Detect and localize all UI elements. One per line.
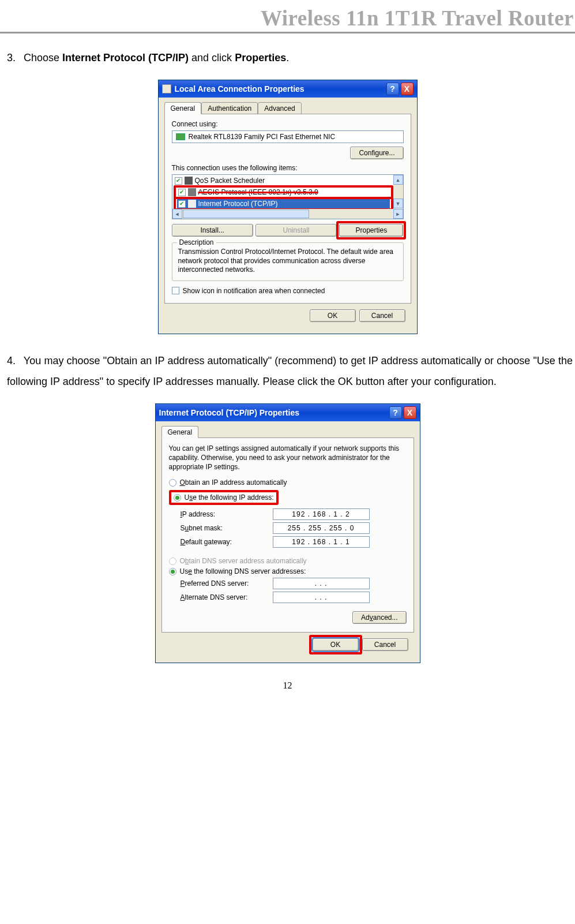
dialog-1-titlebar: Local Area Connection Properties ? X: [159, 80, 417, 98]
dialog-1-wrap: Local Area Connection Properties ? X Gen…: [0, 80, 575, 334]
checkbox-icon[interactable]: ✔: [172, 287, 179, 294]
close-icon: X: [407, 408, 412, 417]
connect-using-label: Connect using:: [172, 120, 404, 128]
list-item-aegis-highlight: ✔ AEGIS Protocol (IEEE 802.1x) v3.5.3.0: [174, 185, 393, 197]
checkbox-icon[interactable]: ✔: [178, 189, 186, 196]
instruction-step-3: 3. Choose Internet Protocol (TCP/IP) and…: [7, 47, 573, 68]
ip-address-input[interactable]: 192 . 168 . 1 . 2: [273, 508, 370, 520]
tab-authentication[interactable]: Authentication: [201, 102, 258, 114]
list-item-qos[interactable]: ✔ QoS Packet Scheduler: [174, 176, 393, 185]
configure-button[interactable]: Configure...: [350, 147, 403, 159]
uninstall-button: Uninstall: [255, 224, 337, 237]
list-item-label: QoS Packet Scheduler: [195, 176, 265, 185]
radio-obtain-ip[interactable]: Obtain an IP address automatically: [169, 478, 407, 487]
install-button[interactable]: Install...: [172, 224, 253, 237]
dialog-1-tabs: General Authentication Advanced: [164, 102, 411, 114]
advanced-button[interactable]: Advanced...: [352, 611, 406, 624]
step-4-text: You may choose "Obtain an IP address aut…: [7, 355, 573, 387]
close-button[interactable]: X: [404, 406, 416, 419]
radio-use-dns[interactable]: Use the following DNS server addresses:: [169, 567, 407, 575]
tab-advanced[interactable]: Advanced: [258, 102, 301, 114]
default-gateway-input[interactable]: 192 . 168 . 1 . 1: [273, 536, 370, 548]
adapter-name: Realtek RTL8139 Family PCI Fast Ethernet…: [189, 133, 336, 141]
network-icon: [162, 84, 171, 93]
step-3-number: 3.: [7, 47, 21, 68]
preferred-dns-label: Preferred DNS server:: [181, 579, 273, 588]
checkbox-icon[interactable]: ✔: [175, 177, 182, 185]
step-3-text-pre: Choose: [24, 52, 62, 63]
list-item-aegis[interactable]: ✔ AEGIS Protocol (IEEE 802.1x) v3.5.3.0: [177, 188, 390, 197]
help-icon: ?: [390, 84, 395, 93]
scroll-right-icon[interactable]: ►: [393, 209, 403, 219]
items-label: This connection uses the following items…: [172, 164, 404, 172]
scroll-down-icon[interactable]: ▼: [393, 199, 403, 208]
tab-general[interactable]: General: [164, 102, 202, 114]
page-number: 12: [0, 680, 575, 691]
ip-address-label: IP address:: [181, 510, 273, 518]
subnet-mask-label: Subnet mask:: [181, 524, 273, 532]
step-3-bold-1: Internet Protocol (TCP/IP): [62, 52, 189, 63]
list-item-tcpip[interactable]: ✔ Internet Protocol (TCP/IP): [177, 199, 390, 208]
subnet-mask-input[interactable]: 255 . 255 . 255 . 0: [273, 522, 370, 534]
help-button[interactable]: ?: [389, 406, 402, 419]
dialog-1-title: Local Area Connection Properties: [175, 84, 305, 93]
description-legend: Description: [177, 238, 216, 246]
close-icon: X: [404, 84, 409, 93]
help-icon: ?: [393, 408, 398, 417]
step-3-text-post: .: [286, 52, 289, 63]
properties-button[interactable]: Properties: [339, 224, 403, 237]
tcpip-intro-text: You can get IP settings assigned automat…: [169, 444, 407, 472]
radio-obtain-ip-label: Obtain an IP address automatically: [180, 478, 287, 487]
scrollbar-vertical[interactable]: ▲ ▼: [393, 175, 403, 208]
instruction-step-4: 4. You may choose "Obtain an IP address …: [7, 350, 573, 392]
dialog-1-general-pane: Connect using: Realtek RTL8139 Family PC…: [164, 114, 411, 304]
connection-items-listbox[interactable]: ✔ QoS Packet Scheduler ✔ AEGIS Protocol …: [172, 174, 404, 219]
alternate-dns-input[interactable]: . . .: [273, 592, 370, 603]
protocol-icon: [188, 188, 196, 196]
scrollbar-horizontal[interactable]: ◄ ►: [172, 209, 403, 219]
adapter-field: Realtek RTL8139 Family PCI Fast Ethernet…: [172, 130, 404, 143]
close-button[interactable]: X: [401, 83, 414, 95]
dialog-2-titlebar: Internet Protocol (TCP/IP) Properties ? …: [156, 404, 420, 421]
help-button[interactable]: ?: [386, 83, 399, 95]
preferred-dns-input[interactable]: . . .: [273, 578, 370, 589]
step-3-text-mid: and click: [189, 52, 235, 63]
scroll-thumb[interactable]: [183, 210, 310, 218]
checkbox-icon[interactable]: ✔: [178, 200, 186, 208]
scroll-up-icon[interactable]: ▲: [393, 175, 403, 185]
page-title: Wireless 11n 1T1R Travel Router: [261, 6, 574, 30]
nic-icon: [176, 133, 185, 140]
dialog-2-wrap: Internet Protocol (TCP/IP) Properties ? …: [0, 403, 575, 664]
alternate-dns-label: Alternate DNS server:: [181, 593, 273, 601]
description-text: Transmission Control Protocol/Internet P…: [178, 248, 397, 275]
radio-icon[interactable]: [169, 568, 176, 575]
ok-button[interactable]: OK: [313, 638, 359, 651]
local-area-connection-dialog: Local Area Connection Properties ? X Gen…: [158, 80, 418, 334]
radio-icon[interactable]: [174, 494, 181, 502]
radio-use-ip-label: Use the following IP address:: [185, 493, 274, 502]
radio-obtain-dns-label: Obtain DNS server address automatically: [180, 557, 307, 565]
radio-obtain-dns: Obtain DNS server address automatically: [169, 557, 407, 565]
default-gateway-label: Default gateway:: [181, 538, 273, 546]
dialog-2-general-pane: You can get IP settings assigned automat…: [161, 437, 414, 633]
tab-general[interactable]: General: [161, 426, 199, 438]
tcpip-icon: [188, 200, 196, 208]
description-groupbox: Description Transmission Control Protoco…: [172, 242, 404, 281]
radio-use-ip-highlight: Use the following IP address:: [169, 490, 279, 505]
step-4-number: 4.: [7, 350, 21, 371]
show-icon-label: Show icon in notification area when conn…: [183, 287, 325, 295]
radio-icon[interactable]: [169, 479, 176, 487]
list-item-label: Internet Protocol (TCP/IP): [198, 199, 278, 208]
cancel-button[interactable]: Cancel: [359, 309, 405, 322]
scroll-left-icon[interactable]: ◄: [172, 209, 182, 219]
tcpip-properties-dialog: Internet Protocol (TCP/IP) Properties ? …: [155, 403, 420, 664]
step-3-bold-2: Properties: [235, 52, 286, 63]
radio-use-ip[interactable]: Use the following IP address:: [174, 493, 274, 502]
ok-button[interactable]: OK: [310, 309, 356, 322]
cancel-button[interactable]: Cancel: [362, 638, 408, 651]
list-item-label: AEGIS Protocol (IEEE 802.1x) v3.5.3.0: [198, 188, 318, 197]
qos-icon: [185, 177, 193, 185]
show-icon-checkbox-row[interactable]: ✔ Show icon in notification area when co…: [172, 287, 404, 295]
radio-icon: [169, 558, 176, 565]
dialog-2-title: Internet Protocol (TCP/IP) Properties: [159, 408, 299, 417]
